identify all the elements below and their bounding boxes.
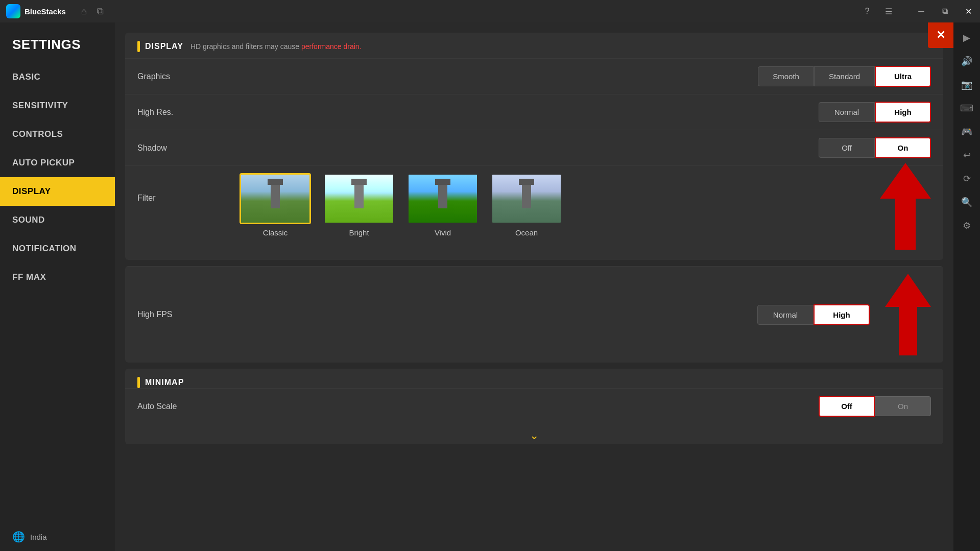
sidebar-item-sound[interactable]: SOUND [0, 206, 115, 234]
filter-ocean-thumb [491, 173, 562, 224]
sidebar-item-autopickup[interactable]: AUTO PICKUP [0, 149, 115, 177]
filter-bright[interactable]: Bright [323, 173, 395, 237]
filter-options: Classic Bright [240, 173, 562, 237]
right-icon-keyboard[interactable]: ⌨ [955, 97, 978, 119]
right-icon-volume[interactable]: 🔊 [955, 50, 978, 73]
app-logo: BlueStacks [6, 4, 66, 18]
highres-normal-button[interactable]: Normal [819, 102, 875, 122]
minimize-button[interactable]: ─ [910, 0, 933, 22]
right-icon-settings[interactable]: ⚙ [955, 214, 978, 237]
autoscale-options: Off On [819, 396, 931, 417]
minimap-panel-indicator [137, 377, 140, 388]
sidebar-item-sensitivity[interactable]: SENSITIVITY [0, 91, 115, 120]
filter-classic-thumb [240, 173, 311, 224]
svg-marker-1 [885, 274, 931, 355]
autoscale-row: Auto Scale Off On [125, 388, 943, 424]
arrow-up-2-container [885, 274, 931, 355]
home-icon[interactable]: ⌂ [81, 6, 87, 17]
sidebar-item-controls[interactable]: CONTROLS [0, 120, 115, 149]
sidebar-item-notification[interactable]: NOTIFICATION [0, 234, 115, 263]
right-sidebar: ▶ 🔊 📷 ⌨ 🎮 ↩ ⟳ 🔍 ⚙ [953, 22, 980, 551]
shadow-off-button[interactable]: Off [819, 138, 875, 158]
display-panel: DISPLAY HD graphics and filters may caus… [125, 33, 943, 260]
highres-row: High Res. Normal High [125, 94, 943, 130]
display-panel-subtitle: HD graphics and filters may cause perfor… [190, 42, 362, 51]
graphics-ultra-button[interactable]: Ultra [875, 66, 931, 87]
arrow-up-1-container [880, 163, 931, 250]
sidebar-item-ffmax[interactable]: FF MAX [0, 263, 115, 292]
highres-high-button[interactable]: High [875, 102, 931, 123]
sidebar: SETTINGS BASIC SENSITIVITY CONTROLS AUTO… [0, 22, 115, 551]
highfps-label: High FPS [137, 310, 240, 319]
titlebar-window-controls: ─ ⧉ ✕ [910, 0, 980, 22]
autoscale-on-button[interactable]: On [875, 396, 931, 416]
graphics-label: Graphics [137, 72, 240, 81]
chevron-down-icon: ⌄ [125, 424, 943, 444]
filter-row: Filter Classic [125, 165, 943, 260]
help-icon[interactable]: ? [857, 2, 877, 21]
right-icon-back[interactable]: ↩ [955, 144, 978, 166]
filter-classic-tower-icon [271, 183, 280, 208]
display-panel-header: DISPLAY HD graphics and filters may caus… [125, 33, 943, 58]
windows-icon[interactable]: ⧉ [97, 6, 104, 17]
highres-label: High Res. [137, 108, 240, 117]
minimap-panel-title: MINIMAP [145, 378, 184, 387]
filter-vivid-thumb [407, 173, 479, 224]
right-icon-rotate[interactable]: ⟳ [955, 167, 978, 190]
titlebar-nav: ⌂ ⧉ [81, 6, 104, 17]
graphics-standard-button[interactable]: Standard [814, 66, 875, 86]
right-icon-search[interactable]: 🔍 [955, 191, 978, 213]
globe-icon: 🌐 [12, 531, 25, 543]
game-close-icon: ✕ [936, 29, 945, 42]
graphics-options: Smooth Standard Ultra [758, 66, 931, 87]
filter-classic-label: Classic [263, 228, 288, 237]
minimap-panel: MINIMAP Auto Scale Off On ⌄ [125, 369, 943, 444]
app-name: BlueStacks [25, 7, 66, 16]
graphics-smooth-button[interactable]: Smooth [758, 66, 814, 86]
sidebar-item-basic[interactable]: BASIC [0, 63, 115, 91]
content-area: DISPLAY HD graphics and filters may caus… [115, 22, 953, 551]
filter-ocean-img [492, 175, 561, 223]
sidebar-bottom-region: 🌐 India [0, 522, 115, 551]
settings-title: SETTINGS [0, 22, 115, 63]
highres-options: Normal High [819, 102, 931, 123]
titlebar: BlueStacks ⌂ ⧉ ? ☰ ─ ⧉ ✕ [0, 0, 980, 22]
filter-bright-tower-icon [354, 183, 364, 208]
filter-label: Filter [137, 173, 240, 203]
highfps-row: High FPS Normal High [125, 266, 943, 363]
display-panel-title: DISPLAY [145, 42, 183, 51]
right-icon-gamepad[interactable]: 🎮 [955, 121, 978, 143]
restore-button[interactable]: ⧉ [933, 0, 957, 22]
fps-panel: High FPS Normal High [125, 266, 943, 363]
game-close-button[interactable]: ✕ [928, 22, 953, 48]
red-arrow-up-1 [880, 163, 931, 250]
right-icon-play[interactable]: ▶ [955, 27, 978, 49]
filter-ocean[interactable]: Ocean [491, 173, 562, 237]
highfps-normal-button[interactable]: Normal [757, 305, 814, 325]
shadow-label: Shadow [137, 143, 240, 153]
autoscale-label: Auto Scale [137, 402, 240, 411]
filter-bright-label: Bright [349, 228, 369, 237]
filter-ocean-label: Ocean [515, 228, 538, 237]
sidebar-item-display[interactable]: DISPLAY [0, 177, 115, 206]
filter-vivid-label: Vivid [435, 228, 451, 237]
shadow-options: Off On [819, 137, 931, 158]
close-button[interactable]: ✕ [957, 0, 980, 22]
highfps-high-button[interactable]: High [814, 304, 870, 325]
display-panel-indicator [137, 41, 140, 52]
filter-vivid-tower-icon [438, 183, 447, 208]
filter-vivid[interactable]: Vivid [407, 173, 479, 237]
filter-classic-img [241, 175, 309, 223]
highfps-options: Normal High [757, 304, 870, 325]
main-content-wrapper: DISPLAY HD graphics and filters may caus… [125, 33, 943, 444]
right-icon-screenshot[interactable]: 📷 [955, 74, 978, 96]
region-label: India [30, 533, 47, 541]
svg-marker-0 [880, 163, 931, 250]
filter-classic[interactable]: Classic [240, 173, 311, 237]
menu-icon[interactable]: ☰ [879, 2, 898, 21]
titlebar-right-icons: ? ☰ [857, 0, 898, 22]
bluestacks-logo-icon [6, 4, 20, 18]
filter-vivid-img [409, 175, 477, 223]
shadow-on-button[interactable]: On [875, 137, 931, 158]
autoscale-off-button[interactable]: Off [819, 396, 875, 417]
